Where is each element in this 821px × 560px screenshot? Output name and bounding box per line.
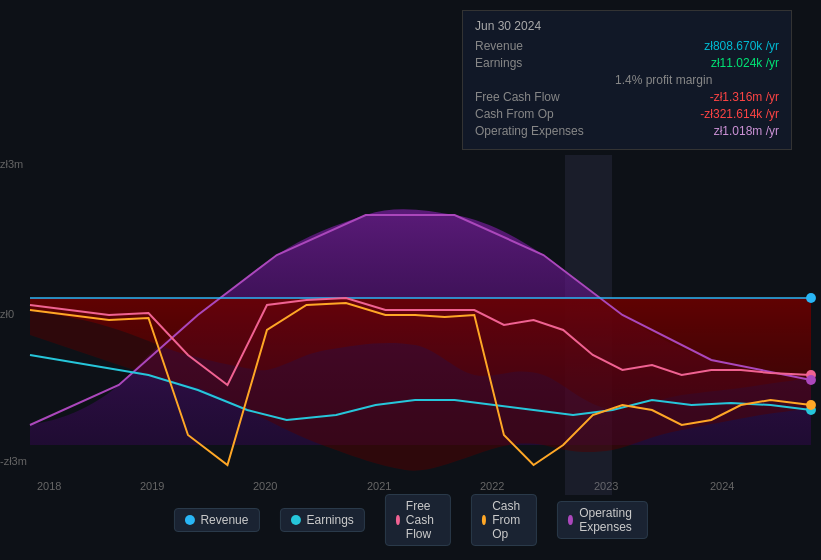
tooltip-revenue-label: Revenue bbox=[475, 39, 523, 53]
y-label-bot: -zł3m bbox=[0, 455, 27, 467]
tooltip-earnings-label: Earnings bbox=[475, 56, 522, 70]
revenue-dot bbox=[806, 293, 816, 303]
earnings-legend-label: Earnings bbox=[306, 513, 353, 527]
cfo-legend-label: Cash From Op bbox=[492, 499, 526, 541]
tooltip-revenue-row: Revenue zł808.670k /yr bbox=[475, 39, 779, 53]
fcf-legend-label: Free Cash Flow bbox=[406, 499, 440, 541]
tooltip-date: Jun 30 2024 bbox=[475, 19, 779, 33]
legend: Revenue Earnings Free Cash Flow Cash Fro… bbox=[173, 494, 647, 546]
tooltip-earnings-row: Earnings zł11.024k /yr bbox=[475, 56, 779, 70]
tooltip-cfo-value: -zł321.614k /yr bbox=[700, 107, 779, 121]
y-label-top: zł3m bbox=[0, 158, 23, 170]
earnings-legend-dot bbox=[290, 515, 300, 525]
chart-container: Jun 30 2024 Revenue zł808.670k /yr Earni… bbox=[0, 0, 821, 560]
opex-dot bbox=[806, 375, 816, 385]
legend-revenue[interactable]: Revenue bbox=[173, 508, 259, 532]
tooltip-earnings-value: zł11.024k /yr bbox=[711, 56, 779, 70]
tooltip-opex-label: Operating Expenses bbox=[475, 124, 584, 138]
chart-area bbox=[30, 155, 811, 495]
chart-svg bbox=[30, 155, 811, 495]
tooltip-cfo-row: Cash From Op -zł321.614k /yr bbox=[475, 107, 779, 121]
opex-legend-label: Operating Expenses bbox=[579, 506, 636, 534]
y-label-mid: zł0 bbox=[0, 308, 14, 320]
legend-fcf[interactable]: Free Cash Flow bbox=[385, 494, 451, 546]
tooltip-opex-value: zł1.018m /yr bbox=[714, 124, 779, 138]
revenue-legend-dot bbox=[184, 515, 194, 525]
cfo-legend-dot bbox=[482, 515, 486, 525]
tooltip-box: Jun 30 2024 Revenue zł808.670k /yr Earni… bbox=[462, 10, 792, 150]
fcf-legend-dot bbox=[396, 515, 400, 525]
tooltip-fcf-row: Free Cash Flow -zł1.316m /yr bbox=[475, 90, 779, 104]
tooltip-cfo-label: Cash From Op bbox=[475, 107, 554, 121]
tooltip-fcf-label: Free Cash Flow bbox=[475, 90, 560, 104]
tooltip-fcf-value: -zł1.316m /yr bbox=[710, 90, 779, 104]
legend-cfo[interactable]: Cash From Op bbox=[471, 494, 537, 546]
legend-earnings[interactable]: Earnings bbox=[279, 508, 364, 532]
cfo-dot bbox=[806, 400, 816, 410]
opex-legend-dot bbox=[568, 515, 573, 525]
legend-opex[interactable]: Operating Expenses bbox=[557, 501, 648, 539]
revenue-legend-label: Revenue bbox=[200, 513, 248, 527]
tooltip-profit-margin: 1.4% profit margin bbox=[615, 73, 779, 87]
tooltip-revenue-value: zł808.670k /yr bbox=[704, 39, 779, 53]
tooltip-opex-row: Operating Expenses zł1.018m /yr bbox=[475, 124, 779, 138]
